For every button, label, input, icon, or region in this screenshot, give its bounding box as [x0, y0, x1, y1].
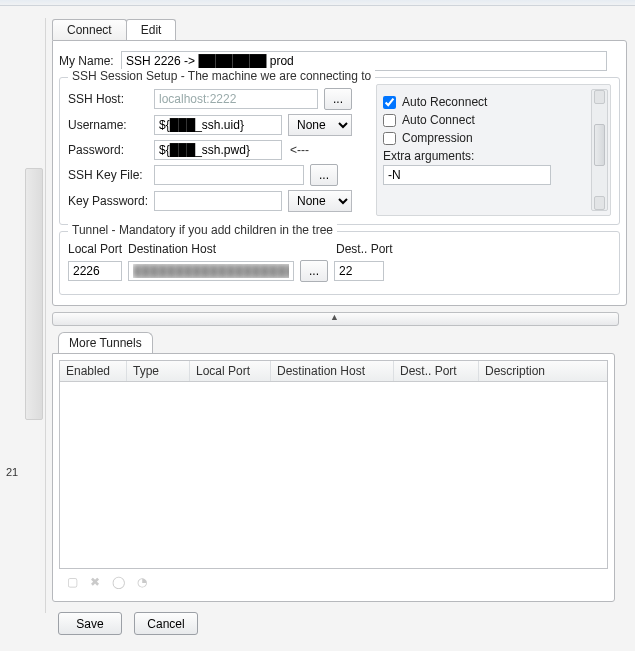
keyfile-input[interactable]	[154, 165, 304, 185]
username-select[interactable]: None	[288, 114, 352, 136]
tab-edit[interactable]: Edit	[126, 19, 177, 40]
extra-args-input[interactable]	[383, 165, 551, 185]
tunnels-body[interactable]	[60, 382, 607, 568]
desthost-label: Destination Host	[128, 242, 336, 256]
auto-connect-input[interactable]	[383, 114, 396, 127]
password-label: Password:	[68, 143, 154, 157]
auto-reconnect-label: Auto Reconnect	[402, 95, 487, 109]
options-scrollbar[interactable]	[591, 89, 608, 211]
save-button[interactable]: Save	[58, 612, 122, 635]
refresh-icon[interactable]: ◔	[137, 575, 147, 589]
password-input[interactable]	[154, 140, 282, 160]
auto-reconnect-input[interactable]	[383, 96, 396, 109]
splitter-bar[interactable]: ▲	[52, 312, 619, 326]
keypass-label: Key Password:	[68, 194, 154, 208]
left-scrollbar[interactable]	[25, 168, 43, 420]
col-destport[interactable]: Dest.. Port	[394, 361, 479, 381]
left-panel-text: 21	[6, 466, 18, 478]
tab-bar: Connect Edit	[52, 18, 623, 40]
session-options: Auto Reconnect Auto Connect Compression …	[376, 84, 611, 216]
sshhost-browse-button[interactable]: ...	[324, 88, 352, 110]
compression-label: Compression	[402, 131, 473, 145]
scroll-down-icon[interactable]	[594, 196, 605, 210]
left-panel: 21	[0, 18, 46, 613]
compression-input[interactable]	[383, 132, 396, 145]
session-legend: SSH Session Setup - The machine we are c…	[68, 69, 375, 83]
session-left: SSH Host: ... Username: None P	[68, 84, 368, 216]
tunnel-legend: Tunnel - Mandatory if you add children i…	[68, 223, 337, 237]
desthost-input[interactable]	[128, 261, 294, 281]
col-enabled[interactable]: Enabled	[60, 361, 127, 381]
more-tunnels-section: More Tunnels Enabled Type Local Port Des…	[48, 332, 623, 602]
action-row: Save Cancel	[58, 612, 623, 635]
auto-connect-checkbox[interactable]: Auto Connect	[383, 113, 602, 127]
keyfile-browse-button[interactable]: ...	[310, 164, 338, 186]
destport-input[interactable]	[334, 261, 384, 281]
keypass-input[interactable]	[154, 191, 282, 211]
col-localport[interactable]: Local Port	[190, 361, 271, 381]
copy-icon[interactable]: ▢	[67, 575, 78, 589]
edit-panel: My Name: SSH Session Setup - The machine…	[52, 40, 627, 306]
auto-connect-label: Auto Connect	[402, 113, 475, 127]
keyfile-label: SSH Key File:	[68, 168, 154, 182]
keypass-select[interactable]: None	[288, 190, 352, 212]
myname-input[interactable]	[121, 51, 607, 71]
window: 21 Connect Edit My Name: SSH Session Set…	[0, 0, 635, 651]
more-tunnels-panel: Enabled Type Local Port Destination Host…	[52, 353, 615, 602]
sshhost-input[interactable]	[154, 89, 318, 109]
tunnels-table: Enabled Type Local Port Destination Host…	[59, 360, 608, 569]
scroll-up-icon[interactable]	[594, 90, 605, 104]
localport-label: Local Port	[68, 242, 128, 256]
tab-connect[interactable]: Connect	[52, 19, 127, 40]
auto-reconnect-checkbox[interactable]: Auto Reconnect	[383, 95, 602, 109]
tunnel-fieldset: Tunnel - Mandatory if you add children i…	[59, 231, 620, 295]
myname-label: My Name:	[59, 54, 121, 68]
col-description[interactable]: Description	[479, 361, 607, 381]
scroll-thumb[interactable]	[594, 124, 605, 166]
col-type[interactable]: Type	[127, 361, 190, 381]
delete-icon[interactable]: ✖	[90, 575, 100, 589]
password-note: <---	[290, 143, 309, 157]
main-area: Connect Edit My Name: SSH Session Setup …	[48, 18, 623, 635]
desthost-browse-button[interactable]: ...	[300, 260, 328, 282]
tunnels-toolbar: ▢ ✖ ◯ ◔	[59, 569, 608, 595]
top-band	[0, 0, 635, 6]
col-desthost[interactable]: Destination Host	[271, 361, 394, 381]
tunnels-header: Enabled Type Local Port Destination Host…	[60, 361, 607, 382]
username-label: Username:	[68, 118, 154, 132]
tab-more-tunnels[interactable]: More Tunnels	[58, 332, 153, 353]
localport-input[interactable]	[68, 261, 122, 281]
extra-args-label: Extra arguments:	[383, 149, 602, 163]
session-fieldset: SSH Session Setup - The machine we are c…	[59, 77, 620, 225]
username-input[interactable]	[154, 115, 282, 135]
myname-row: My Name:	[59, 51, 620, 71]
destport-label: Dest.. Port	[336, 242, 393, 256]
cancel-button[interactable]: Cancel	[134, 612, 198, 635]
sshhost-label: SSH Host:	[68, 92, 154, 106]
compression-checkbox[interactable]: Compression	[383, 131, 602, 145]
add-icon[interactable]: ◯	[112, 575, 125, 589]
